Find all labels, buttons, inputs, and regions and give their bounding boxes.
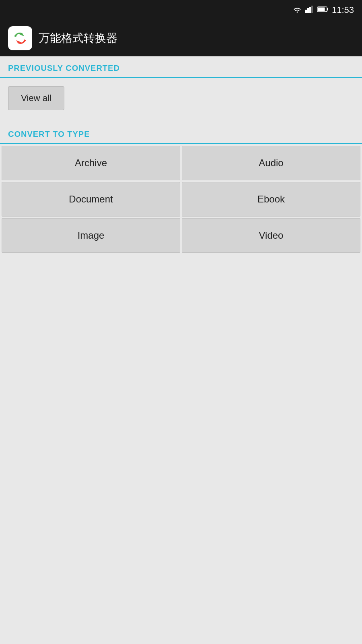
type-grid: Archive Audio Document Ebook Image Video	[0, 144, 362, 254]
ebook-button[interactable]: Ebook	[182, 182, 360, 217]
svg-rect-6	[318, 8, 325, 11]
document-button[interactable]: Document	[2, 182, 180, 217]
signal-icon	[305, 6, 314, 14]
previously-converted-header: PREVIOUSLY CONVERTED	[0, 56, 362, 78]
svg-rect-5	[327, 8, 328, 10]
app-bar: 万能格式转换器	[0, 20, 362, 56]
video-button[interactable]: Video	[182, 218, 360, 253]
app-title: 万能格式转换器	[39, 31, 117, 46]
convert-to-type-label: CONVERT TO TYPE	[8, 130, 90, 138]
view-all-button[interactable]: View all	[8, 86, 64, 110]
status-bar: 11:53	[0, 0, 362, 20]
status-time: 11:53	[332, 5, 354, 15]
battery-icon	[317, 6, 329, 14]
convert-to-type-header: CONVERT TO TYPE	[0, 122, 362, 144]
archive-button[interactable]: Archive	[2, 146, 180, 180]
wifi-icon	[292, 6, 302, 15]
previously-converted-content: View all	[0, 78, 362, 118]
audio-button[interactable]: Audio	[182, 146, 360, 180]
main-content: PREVIOUSLY CONVERTED View all CONVERT TO…	[0, 56, 362, 617]
svg-rect-3	[311, 6, 313, 13]
app-logo	[8, 26, 32, 50]
svg-point-7	[11, 29, 29, 47]
status-icons: 11:53	[292, 5, 354, 15]
svg-rect-2	[309, 7, 311, 13]
previously-converted-label: PREVIOUSLY CONVERTED	[8, 64, 120, 72]
empty-space	[0, 254, 362, 617]
svg-rect-1	[307, 8, 309, 13]
image-button[interactable]: Image	[2, 218, 180, 253]
svg-rect-0	[305, 10, 307, 13]
